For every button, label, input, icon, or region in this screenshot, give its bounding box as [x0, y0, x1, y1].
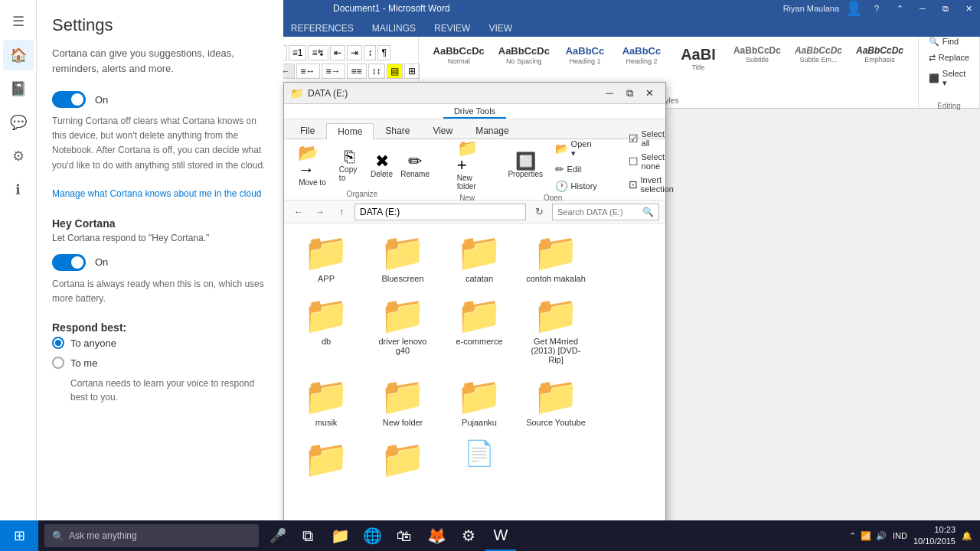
- taskbar-firefox[interactable]: 🦊: [421, 520, 452, 551]
- address-path[interactable]: DATA (E:): [354, 204, 526, 220]
- copy-to-btn[interactable]: ⎘ Copy to: [335, 145, 364, 185]
- tab-references[interactable]: REFERENCES: [282, 20, 363, 37]
- sort-btn[interactable]: ↕: [364, 45, 376, 60]
- taskbar-explorer[interactable]: 📁: [325, 520, 355, 551]
- folder-extra1[interactable]: 📁: [292, 438, 361, 484]
- taskbar-word[interactable]: W: [485, 520, 516, 551]
- radio-to-me[interactable]: To me: [52, 357, 268, 369]
- nav-feedback-icon[interactable]: 💬: [3, 107, 34, 138]
- replace-btn[interactable]: ⇄ Replace: [924, 51, 974, 64]
- word-help-btn[interactable]: ?: [865, 0, 888, 17]
- folder-db[interactable]: 📁 db: [292, 294, 361, 367]
- taskbar-settings[interactable]: ⚙: [453, 520, 484, 551]
- nav-about-icon[interactable]: ℹ: [3, 174, 34, 205]
- invert-selection-btn[interactable]: ⊡ Invert selection: [624, 174, 678, 195]
- borders-btn[interactable]: ⊞: [404, 64, 420, 79]
- explorer-close-btn[interactable]: ✕: [639, 83, 659, 103]
- move-to-btn[interactable]: 📂→ Move to: [293, 142, 332, 190]
- tab-review[interactable]: REVIEW: [425, 20, 479, 37]
- cortana-mic-btn[interactable]: 🎤: [270, 527, 286, 544]
- notification-icon[interactable]: 🔔: [962, 531, 972, 541]
- taskbar-store[interactable]: 🛍: [389, 520, 420, 551]
- tray-network-icon[interactable]: 📶: [861, 531, 871, 541]
- folder-catatan[interactable]: 📁 catatan: [445, 231, 514, 286]
- properties-btn[interactable]: 🔲 Properties: [504, 150, 547, 181]
- explorer-tab-share[interactable]: Share: [374, 122, 421, 139]
- rename-btn[interactable]: ✏ Rename: [400, 150, 431, 181]
- nav-notebook-icon[interactable]: 📓: [3, 73, 34, 104]
- folder-new[interactable]: 📁 New folder: [368, 375, 437, 430]
- nav-menu-icon[interactable]: ☰: [3, 6, 34, 37]
- word-ribbon-collapse-btn[interactable]: ⌃: [888, 0, 911, 17]
- explorer-tab-view[interactable]: View: [421, 122, 464, 139]
- style-title[interactable]: AaBI Title: [671, 43, 725, 92]
- delete-btn[interactable]: ✖ Delete: [368, 150, 397, 181]
- folder-app[interactable]: 📁 APP: [292, 231, 361, 286]
- align-center-btn[interactable]: ≡↔: [296, 64, 320, 79]
- tray-volume-icon[interactable]: 🔊: [876, 531, 887, 541]
- folder-contoh-makalah[interactable]: 📁 contoh makalah: [521, 231, 590, 286]
- radio-me-outer[interactable]: [52, 357, 64, 369]
- taskbar-clock[interactable]: 10:23 10/10/2015: [913, 524, 956, 548]
- explorer-search-box[interactable]: 🔍: [552, 204, 659, 220]
- edit-btn[interactable]: ✏ Edit: [550, 161, 603, 177]
- explorer-tab-home[interactable]: Home: [326, 123, 374, 139]
- decrease-indent-btn[interactable]: ⇤: [330, 45, 345, 60]
- cortana-main: Settings Cortana can give you suggestion…: [37, 0, 283, 520]
- taskbar-ie[interactable]: 🌐: [357, 520, 387, 551]
- folder-extra2[interactable]: 📁: [368, 438, 437, 484]
- explorer-window: 📁 DATA (E:) ─ ⧉ ✕ Drive Tools File Home …: [283, 82, 666, 526]
- forward-btn[interactable]: →: [312, 204, 328, 220]
- folder-source-youtube[interactable]: 📁 Source Youtube: [521, 375, 590, 430]
- start-button[interactable]: ⊞: [0, 520, 38, 551]
- history-btn[interactable]: 🕐 History: [550, 178, 603, 194]
- explorer-tab-manage[interactable]: Manage: [464, 122, 520, 139]
- select-btn[interactable]: ⬛ Select ▾: [924, 67, 974, 90]
- select-none-btn[interactable]: ☐ Select none: [624, 151, 678, 172]
- style-subtitle[interactable]: AaBbCcDc Subtitle: [728, 43, 786, 92]
- increase-indent-btn[interactable]: ⇥: [347, 45, 362, 60]
- radio-anyone-outer[interactable]: [52, 337, 64, 349]
- folder-bluescreen[interactable]: 📁 Bluescreen: [368, 231, 437, 286]
- folder-ecommerce[interactable]: 📁 e-commerce: [445, 294, 514, 367]
- explorer-tab-file[interactable]: File: [289, 122, 326, 139]
- word-close-btn[interactable]: ✕: [957, 0, 980, 17]
- find-btn[interactable]: 🔍 Find: [924, 35, 974, 48]
- taskbar-search[interactable]: 🔍 Ask me anything: [44, 524, 259, 547]
- align-right-btn[interactable]: ≡→: [322, 64, 345, 79]
- folder-pujaanku[interactable]: 📁 Pujaanku: [445, 375, 514, 430]
- shading-btn[interactable]: ▤: [387, 64, 403, 79]
- numbering-btn[interactable]: ≡1: [289, 45, 307, 60]
- cortana-main-toggle[interactable]: [52, 91, 86, 108]
- open-btn[interactable]: 📂 Open ▾: [550, 138, 603, 160]
- cortana-manage-link[interactable]: Manage what Cortana knows about me in th…: [52, 188, 268, 199]
- word-restore-btn[interactable]: ⧉: [934, 0, 957, 17]
- justify-btn[interactable]: ≡≡: [347, 64, 367, 79]
- explorer-minimize-btn[interactable]: ─: [599, 83, 619, 103]
- select-all-btn[interactable]: ☑ Select all: [624, 128, 678, 149]
- explorer-restore-btn[interactable]: ⧉: [619, 83, 639, 103]
- folder-driver-lenovo[interactable]: 📁 driver lenovo g40: [368, 294, 437, 367]
- folder-extra3[interactable]: 📄: [445, 438, 514, 484]
- multilevel-btn[interactable]: ≡↯: [308, 45, 328, 60]
- tab-mailings[interactable]: MAILINGS: [363, 20, 425, 37]
- radio-to-anyone[interactable]: To anyone: [52, 337, 268, 349]
- show-formatting-btn[interactable]: ¶: [377, 45, 390, 60]
- search-input[interactable]: [557, 207, 639, 217]
- nav-home-icon[interactable]: 🏠: [3, 40, 34, 70]
- tab-view[interactable]: VIEW: [479, 20, 521, 37]
- word-minimize-btn[interactable]: ─: [911, 0, 934, 17]
- folder-musik[interactable]: 📁 musik: [292, 375, 361, 430]
- new-folder-btn[interactable]: 📁+ New folder: [452, 137, 482, 194]
- hey-cortana-toggle[interactable]: [52, 254, 86, 271]
- up-btn[interactable]: ↑: [333, 204, 350, 220]
- style-subtle-em[interactable]: AaBbCcDc Subtle Em...: [789, 43, 848, 92]
- style-emphasis[interactable]: AaBbCcDc Emphasis: [851, 43, 909, 92]
- back-btn[interactable]: ←: [290, 204, 307, 220]
- tray-up-arrow[interactable]: ⌃: [849, 531, 856, 541]
- line-spacing-btn[interactable]: ↕↕: [368, 64, 385, 79]
- refresh-btn[interactable]: ↻: [531, 204, 547, 220]
- nav-settings-icon[interactable]: ⚙: [3, 141, 34, 171]
- folder-get-married[interactable]: 📁 Get M4rried (2013) [DVD-Rip]: [521, 294, 590, 367]
- taskbar-task-view[interactable]: ⧉: [292, 520, 323, 551]
